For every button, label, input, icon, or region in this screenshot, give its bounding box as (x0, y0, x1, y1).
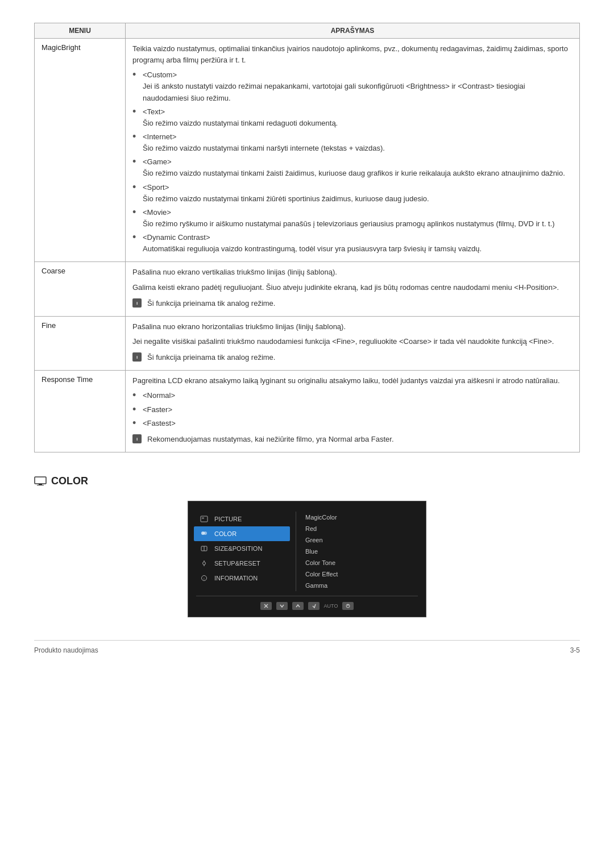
bullet-content: <Text>Šio režimo vaizdo nustatymai tinka… (143, 106, 338, 129)
color-section: COLOR PICTURECOLORSIZE&POSITIONSETUP&RES… (34, 475, 580, 617)
osd-menu-icon-picture (198, 514, 210, 524)
color-heading: COLOR (34, 475, 580, 487)
osd-menu-icon-setup (198, 559, 210, 568)
item-title: <Faster> (143, 404, 172, 416)
osd-menu-item-picture[interactable]: PICTURE (194, 512, 290, 526)
bullet-dot: • (132, 418, 140, 428)
item-title: <Fastest> (143, 418, 176, 429)
main-table: MENIU APRAŠYMAS MagicBrightTeikia vaizdo… (34, 23, 580, 452)
footer-right: 3-5 (570, 646, 580, 654)
note-row: iŠi funkcija prieinama tik analog režime… (132, 352, 572, 363)
osd-bottom-bar: AUTO (196, 596, 418, 610)
bullet-content: <Sport>Šio režimo vaizdo nustatymai tink… (143, 182, 429, 205)
svg-rect-4 (39, 484, 42, 485)
osd-btn-up[interactable] (292, 602, 304, 610)
note-icon: i (132, 298, 144, 308)
item-desc: Šio režimo vaizdo nustatymai tinkami nar… (143, 143, 385, 154)
osd-menu-label: SIZE&POSITION (214, 545, 262, 552)
note-icon: i (132, 352, 144, 362)
osd-btn-enter[interactable] (308, 602, 320, 610)
osd-right-item-4: Color Tone (305, 557, 417, 568)
svg-rect-3 (35, 477, 46, 484)
desc-para-1: Jei negalite visiškai pašalinti triukšmo… (132, 336, 572, 347)
item-title: <Custom> (143, 69, 572, 81)
color-heading-icon (34, 476, 47, 485)
bullet-row-2: •<Internet>Šio režimo vaizdo nustatymai … (132, 131, 572, 154)
bullet-dot: • (132, 207, 140, 217)
osd-right-item-2: Green (305, 534, 417, 546)
osd-right-menu: MagicColorRedGreenBlueColor ToneColor Ef… (296, 512, 426, 591)
desc-cell-1: Pašalina nuo ekrano vertikalias triukšmo… (126, 262, 580, 316)
item-title: <Internet> (143, 131, 385, 143)
bullet-content: <Normal> (143, 390, 175, 401)
osd-auto-label: AUTO (324, 602, 338, 610)
osd-menu-item-information[interactable]: iINFORMATION (194, 571, 290, 585)
table-row: CoarsePašalina nuo ekrano vertikalias tr… (35, 262, 580, 316)
osd-right-item-0: MagicColor (305, 512, 417, 523)
svg-text:i: i (136, 301, 138, 306)
desc-para-0: Pašalina nuo ekrano horizontalias triukš… (132, 321, 572, 333)
bullet-dot: • (132, 131, 140, 142)
osd-box: PICTURECOLORSIZE&POSITIONSETUP&RESETiINF… (188, 501, 426, 617)
osd-left-menu: PICTURECOLORSIZE&POSITIONSETUP&RESETiINF… (188, 512, 296, 591)
bullet-content: <Fastest> (143, 418, 176, 429)
svg-point-9 (204, 531, 207, 535)
svg-point-12 (203, 562, 206, 564)
color-heading-text: COLOR (51, 475, 88, 487)
item-title: <Normal> (143, 390, 175, 401)
osd-btn-down[interactable] (276, 602, 288, 610)
menu-cell-3: Response Time (35, 371, 126, 452)
desc-intro: Teikia vaizdo nustatymus, optimaliai tin… (132, 43, 572, 66)
svg-text:i: i (204, 577, 204, 580)
osd-menu-icon-sizeposition (198, 544, 210, 553)
svg-rect-5 (37, 485, 44, 485)
bullet-row-2: •<Fastest> (132, 418, 572, 429)
desc-para-1: Galima keisti ekrano padėtį reguliuojant… (132, 282, 572, 293)
table-row: FinePašalina nuo ekrano horizontalias tr… (35, 316, 580, 370)
desc-cell-2: Pašalina nuo ekrano horizontalias triukš… (126, 316, 580, 370)
svg-text:i: i (136, 437, 138, 442)
osd-menu-label: SETUP&RESET (214, 560, 260, 567)
osd-btn-power[interactable] (342, 602, 354, 610)
bullet-content: <Dynamic Contrast>Automatiškai reguliuoj… (143, 232, 482, 255)
item-title: <Game> (143, 156, 565, 168)
bullet-row-1: •<Faster> (132, 404, 572, 416)
osd-menu-item-sizeposition[interactable]: SIZE&POSITION (194, 541, 290, 556)
svg-text:i: i (136, 355, 138, 360)
menu-cell-1: Coarse (35, 262, 126, 316)
item-title: <Dynamic Contrast> (143, 232, 482, 243)
osd-menu-item-color[interactable]: COLOR (194, 526, 290, 541)
bullet-content: <Movie>Šio režimo ryškumo ir aiškumo nus… (143, 207, 555, 230)
svg-rect-7 (202, 517, 204, 519)
item-desc: Šio režimo vaizdo nustatymai tinkami žai… (143, 168, 565, 179)
bullet-row-4: •<Sport>Šio režimo vaizdo nustatymai tin… (132, 182, 572, 205)
table-row: Response TimePagreitina LCD ekrano atsak… (35, 371, 580, 452)
osd-menu-label: COLOR (214, 530, 237, 537)
menu-cell-0: MagicBright (35, 39, 126, 262)
desc-para-0: Pašalina nuo ekrano vertikalias triukšmo… (132, 267, 572, 278)
note-row: iŠi funkcija prieinama tik analog režime… (132, 298, 572, 309)
item-title: <Movie> (143, 207, 555, 218)
item-title: <Sport> (143, 182, 429, 193)
bullet-row-3: •<Game>Šio režimo vaizdo nustatymai tink… (132, 156, 572, 179)
bullet-dot: • (132, 69, 140, 80)
bullet-content: <Custom>Jei iš anksto nustatyti vaizdo r… (143, 69, 572, 103)
bullet-row-6: •<Dynamic Contrast>Automatiškai reguliuo… (132, 232, 572, 255)
col-header-desc: APRAŠYMAS (126, 23, 580, 39)
page-footer: Produkto naudojimas 3-5 (34, 640, 580, 654)
bullet-dot: • (132, 106, 140, 117)
bullet-dot: • (132, 390, 140, 400)
bullet-row-0: •<Normal> (132, 390, 572, 401)
desc-cell-3: Pagreitina LCD ekrano atsakymo laiką lyg… (126, 371, 580, 452)
col-header-menu: MENIU (35, 23, 126, 39)
osd-menu-icon-information: i (198, 574, 210, 583)
menu-cell-2: Fine (35, 316, 126, 370)
bullet-row-0: •<Custom>Jei iš anksto nustatyti vaizdo … (132, 69, 572, 103)
item-desc: Šio režimo vaizdo nustatymai tinkami žiū… (143, 193, 429, 205)
osd-menu-item-setupreset[interactable]: SETUP&RESET (194, 556, 290, 571)
osd-container: PICTURECOLORSIZE&POSITIONSETUP&RESETiINF… (34, 501, 580, 617)
osd-right-item-6: Gamma (305, 580, 417, 591)
osd-btn-x[interactable] (260, 602, 272, 610)
note-text: Ši funkcija prieinama tik analog režime. (147, 298, 275, 309)
item-desc: Jei iš anksto nustatyti vaizdo režimai n… (143, 81, 572, 103)
